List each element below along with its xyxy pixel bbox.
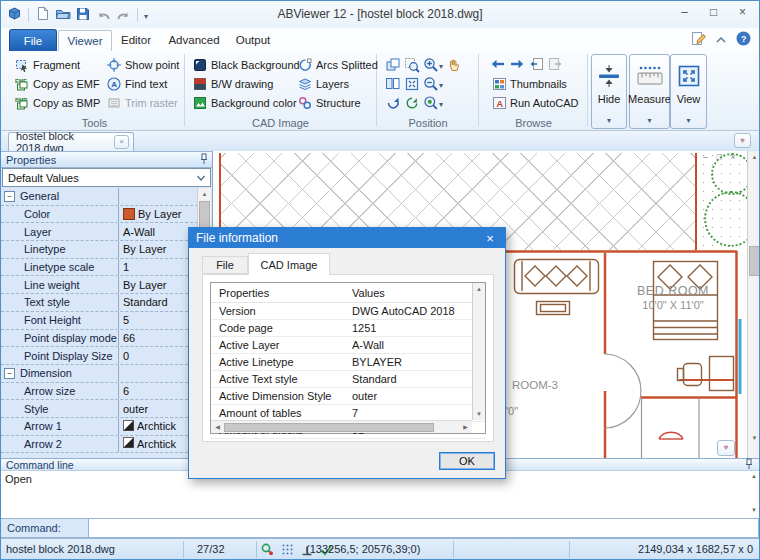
close-button[interactable]: × xyxy=(728,1,757,23)
page-back-button[interactable] xyxy=(528,56,544,73)
chevron-down-icon[interactable]: ▾ xyxy=(439,78,443,90)
tab-editor[interactable]: Editor xyxy=(113,30,159,50)
scroll-left-icon[interactable]: ◀ xyxy=(211,421,224,433)
table-vertical-scrollbar[interactable]: ▲ ▼ xyxy=(472,283,485,420)
minimize-button[interactable]: – xyxy=(670,1,699,23)
cascade-button[interactable] xyxy=(385,57,401,72)
table-horizontal-scrollbar[interactable]: ◀ ▶ xyxy=(211,420,472,433)
scroll-right-icon[interactable]: ▶ xyxy=(459,421,472,433)
scroll-up-icon[interactable]: ▲ xyxy=(751,473,757,479)
property-value[interactable] xyxy=(119,188,198,205)
property-value[interactable]: Standard xyxy=(119,294,198,311)
drawing-vertical-scrollbar[interactable]: ▲ ▼ xyxy=(747,151,760,458)
property-value[interactable]: 1 xyxy=(119,259,198,276)
zoom-window-button[interactable] xyxy=(404,57,420,72)
property-value[interactable]: 0 xyxy=(119,347,198,364)
ribbon-item-fragment[interactable]: Fragment xyxy=(9,55,100,74)
collapse-icon[interactable]: − xyxy=(4,191,15,202)
pan-hand-button[interactable] xyxy=(446,57,462,72)
ribbon-item-black-background[interactable]: Black Background xyxy=(187,55,300,74)
file-info-row-active-text-style[interactable]: Active Text styleStandard xyxy=(211,371,485,388)
scroll-up-icon[interactable]: ▲ xyxy=(748,151,760,163)
zoom-in-button[interactable]: ▾ xyxy=(423,57,443,72)
property-row-layer[interactable]: LayerA-Wall xyxy=(1,223,198,241)
chevron-down-icon[interactable]: ▾ xyxy=(686,113,690,125)
property-row-style[interactable]: Styleouter xyxy=(1,400,198,418)
scroll-down-icon[interactable]: ▼ xyxy=(748,432,760,444)
help-button[interactable]: ? xyxy=(735,31,751,48)
view-button[interactable]: View▾ xyxy=(670,54,707,129)
snap-point-toggle[interactable] xyxy=(259,542,275,558)
dialog-tab-file[interactable]: File xyxy=(202,256,248,274)
property-row-point-display-size[interactable]: Point Display Size0 xyxy=(1,347,198,365)
ribbon-item-structure[interactable]: Structure xyxy=(292,93,378,112)
ribbon-item-b-w-drawing[interactable]: B/W drawing xyxy=(187,74,300,93)
scroll-up-icon[interactable]: ▲ xyxy=(198,188,211,200)
file-info-row-active-linetype[interactable]: Active LinetypeBYLAYER xyxy=(211,354,485,371)
tab-advanced[interactable]: Advanced xyxy=(162,30,226,50)
property-value[interactable]: By Layer xyxy=(119,276,198,293)
pin-icon[interactable] xyxy=(200,153,208,167)
dialog-title-bar[interactable]: File information × xyxy=(189,228,505,248)
property-row-line-weight[interactable]: Line weightBy Layer xyxy=(1,276,198,294)
file-info-row-active-layer[interactable]: Active LayerA-Wall xyxy=(211,337,485,354)
scroll-thumb[interactable] xyxy=(749,246,760,276)
document-tab-close-icon[interactable]: × xyxy=(114,135,129,149)
property-row-linetype[interactable]: LinetypeBy Layer xyxy=(1,241,198,259)
scroll-down-icon[interactable]: ▼ xyxy=(751,507,757,513)
measure-button[interactable]: Measure▾ xyxy=(629,54,670,129)
property-value[interactable]: Archtick xyxy=(119,436,198,453)
file-info-row-active-dimension-style[interactable]: Active Dimension Styleouter xyxy=(211,388,485,405)
arrow-forward-button[interactable] xyxy=(509,56,525,73)
zoom-out-button[interactable]: ▾ xyxy=(423,76,443,91)
command-log-scroll[interactable]: ▲ ▼ xyxy=(751,473,757,513)
view-split-button[interactable]: ♥ xyxy=(717,440,735,456)
ribbon-item-run-autocad[interactable]: ARun AutoCAD xyxy=(486,93,578,112)
pin-icon[interactable] xyxy=(745,458,753,472)
property-value[interactable]: By Layer xyxy=(119,206,198,223)
pen-doc-button[interactable] xyxy=(691,31,707,48)
chevron-down-icon[interactable]: ▾ xyxy=(439,59,443,71)
scroll-thumb[interactable] xyxy=(224,423,434,432)
ribbon-item-thumbnails[interactable]: Thumbnails xyxy=(486,74,578,93)
tile-button[interactable] xyxy=(385,76,401,91)
tab-viewer[interactable]: Viewer xyxy=(58,30,112,51)
properties-preset-dropdown[interactable]: Default Values xyxy=(2,168,211,187)
property-row-arrow-size[interactable]: Arrow size6 xyxy=(1,383,198,401)
grid-dots-toggle[interactable] xyxy=(279,542,295,558)
rotate-button[interactable] xyxy=(385,95,401,110)
refresh-view-button[interactable] xyxy=(404,95,420,110)
property-row-dimension[interactable]: −Dimension xyxy=(1,365,198,383)
fit-extents-button[interactable] xyxy=(404,76,420,91)
property-row-arrow-1[interactable]: Arrow 1Archtick xyxy=(1,418,198,436)
property-row-color[interactable]: ColorBy Layer xyxy=(1,206,198,224)
property-row-arrow-2[interactable]: Arrow 2Archtick xyxy=(1,436,198,454)
hide-button[interactable]: Hide▾ xyxy=(591,54,627,129)
property-value[interactable]: A-Wall xyxy=(119,223,198,240)
scroll-up-icon[interactable]: ▲ xyxy=(473,283,485,295)
property-value[interactable]: Archtick xyxy=(119,418,198,435)
ribbon-item-background-color[interactable]: Background color xyxy=(187,93,300,112)
scroll-down-icon[interactable]: ▼ xyxy=(473,408,485,420)
property-row-linetype-scale[interactable]: Linetype scale1 xyxy=(1,259,198,277)
ribbon-item-layers[interactable]: Layers xyxy=(292,74,378,93)
collapse-icon[interactable]: − xyxy=(4,368,15,379)
file-info-row-code-page[interactable]: Code page1251 xyxy=(211,320,485,337)
file-info-row-version[interactable]: VersionDWG AutoCAD 2018 xyxy=(211,303,485,320)
property-value[interactable] xyxy=(119,365,198,382)
ribbon-item-show-point[interactable]: Show point xyxy=(101,55,179,74)
property-row-point-display-mode[interactable]: Point display mode66 xyxy=(1,330,198,348)
ribbon-item-arcs-splitted[interactable]: Arcs Splitted xyxy=(292,55,378,74)
maximize-button[interactable]: □ xyxy=(699,1,728,23)
ribbon-item-copy-as-emf[interactable]: EMFCopy as EMF xyxy=(9,74,100,93)
ok-button[interactable]: OK xyxy=(439,452,495,470)
property-value[interactable]: By Layer xyxy=(119,241,198,258)
chevron-down-icon[interactable]: ▾ xyxy=(607,113,611,125)
tab-output[interactable]: Output xyxy=(229,30,277,50)
chevron-down-icon[interactable]: ▾ xyxy=(439,97,443,109)
zoom-page-button[interactable]: ▾ xyxy=(423,95,443,110)
chevron-up-button[interactable] xyxy=(713,32,729,47)
command-input[interactable] xyxy=(89,518,759,538)
property-value[interactable]: outer xyxy=(119,400,198,417)
dialog-close-icon[interactable]: × xyxy=(475,228,505,248)
